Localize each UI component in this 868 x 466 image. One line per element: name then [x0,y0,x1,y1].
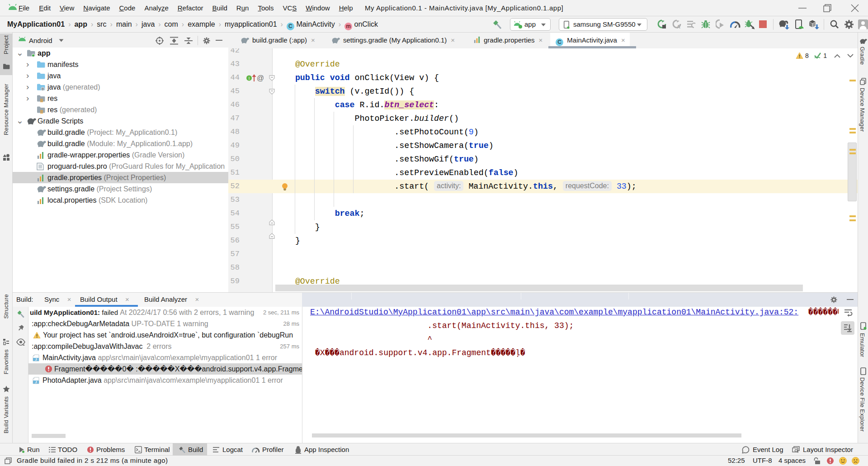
svg-text:A: A [677,24,680,29]
svg-text:I: I [249,76,250,81]
svg-text:J: J [35,357,37,361]
svg-text:J: J [35,380,37,384]
svg-text:@: @ [257,74,264,82]
